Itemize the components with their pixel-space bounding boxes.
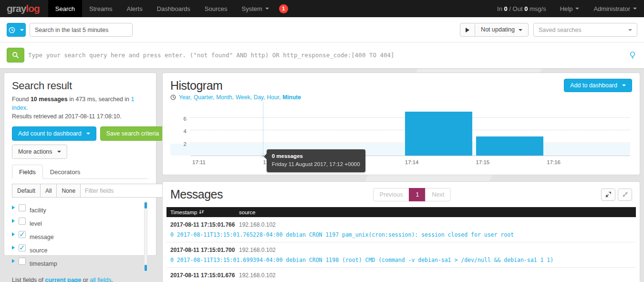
- field-list-item: source: [12, 241, 142, 254]
- message-timestamp: 2017-08-11 17:15:01.676: [170, 272, 239, 279]
- nav-menu-item[interactable]: Dashboards: [150, 0, 197, 17]
- throughput-indicator: In 0 / Out 0 msg/s: [490, 0, 553, 17]
- histogram-title: Histogram: [170, 79, 301, 93]
- expand-field-icon[interactable]: [12, 246, 15, 250]
- field-label: message: [30, 234, 54, 241]
- sidebar-tab[interactable]: Fields: [12, 165, 43, 179]
- field-preset-button[interactable]: Default: [12, 184, 41, 198]
- field-checkbox[interactable]: [19, 204, 26, 211]
- add-to-dashboard-button[interactable]: Add to dashboard: [564, 79, 632, 92]
- resolution-link[interactable]: Day,: [254, 94, 265, 101]
- scrollbar-thumb[interactable]: [145, 265, 147, 271]
- caret-down-icon: [575, 8, 579, 10]
- tooltip-subtitle: Friday 11 August 2017, 17:12 +0000: [272, 160, 360, 168]
- resolution-link[interactable]: Quarter,: [194, 94, 214, 101]
- pagination-previous-button[interactable]: Previous: [373, 188, 410, 201]
- message-row[interactable]: 2017-08-11 17:15:01.676 192.168.0.102 0 …: [166, 268, 636, 282]
- x-tick-label: 17:11: [186, 159, 212, 165]
- y-tick-label: 4: [170, 128, 187, 134]
- expand-field-icon[interactable]: [12, 259, 15, 263]
- caret-down-icon: [622, 84, 626, 86]
- sidebar-title: Search result: [12, 80, 148, 92]
- expand-messages-button[interactable]: [601, 188, 615, 201]
- filter-fields-input[interactable]: [80, 184, 166, 198]
- field-checkbox[interactable]: [19, 258, 26, 265]
- search-submit-button[interactable]: [7, 48, 24, 63]
- user-menu[interactable]: Administrator: [586, 0, 644, 17]
- current-page-link[interactable]: current page: [45, 277, 81, 282]
- field-preset-button[interactable]: None: [56, 184, 81, 198]
- field-label: source: [30, 248, 48, 254]
- expand-field-icon[interactable]: [12, 232, 15, 236]
- graylog-logo[interactable]: graylog: [0, 0, 48, 17]
- saved-searches-select[interactable]: Saved searches: [533, 23, 637, 37]
- fields-footer: List fields of current page or all field…: [12, 277, 148, 282]
- caret-down-icon: [86, 133, 90, 135]
- collapse-messages-button[interactable]: [618, 188, 632, 201]
- resolution-link-active[interactable]: Minute: [282, 94, 301, 101]
- compress-icon: [622, 191, 628, 198]
- resolution-link[interactable]: Month,: [216, 94, 234, 101]
- search-icon: [12, 52, 19, 59]
- divider: [0, 42, 644, 42]
- sort-icon[interactable]: [199, 209, 204, 215]
- logo-text-gray: gray: [7, 3, 26, 14]
- message-timestamp: 2017-08-11 17:15:01.766: [170, 221, 239, 228]
- x-tick-label: 17:16: [540, 159, 567, 165]
- save-search-criteria-button[interactable]: Save search criteria: [100, 126, 165, 141]
- resolution-link[interactable]: Hour,: [267, 94, 281, 101]
- message-row[interactable]: 2017-08-11 17:15:01.700 192.168.0.102 0 …: [166, 242, 636, 268]
- nav-menu-item[interactable]: Sources: [197, 0, 235, 17]
- nav-menu-item[interactable]: Streams: [82, 0, 119, 17]
- field-list: facility level message: [12, 201, 142, 267]
- search-query-input[interactable]: [28, 48, 624, 63]
- crosshair-line: [263, 102, 263, 156]
- resolution-selector: Year,Quarter,Month,Week,Day,Hour, Minute: [170, 94, 301, 101]
- histogram-panel: Histogram Year,Quarter,Month,Week,Day,Ho…: [162, 73, 640, 175]
- field-preset-button[interactable]: All: [40, 184, 57, 198]
- nav-menu-item[interactable]: Alerts: [119, 0, 149, 17]
- column-source: source: [239, 209, 256, 215]
- help-menu[interactable]: Help: [553, 0, 587, 17]
- messages-panel: Messages Previous 1 Next Times: [162, 181, 640, 282]
- expand-field-icon[interactable]: [12, 219, 15, 223]
- sidebar-tab[interactable]: Decorators: [43, 165, 88, 179]
- search-result-sidebar: Search result Found 10 messages in 473 m…: [4, 73, 156, 256]
- histogram-xaxis: 17:1117:1217:1317:1417:1517:16: [190, 156, 630, 167]
- hover-band: [170, 144, 630, 156]
- timerange-dropdown-button[interactable]: [7, 23, 26, 37]
- histogram-bar[interactable]: [405, 112, 472, 156]
- timerange-input[interactable]: [30, 23, 133, 37]
- play-button[interactable]: [460, 23, 475, 37]
- pagination-current-page[interactable]: 1: [409, 188, 426, 201]
- search-section: Not updating Saved searches: [0, 17, 644, 69]
- notification-badge[interactable]: 1: [279, 4, 288, 13]
- resolution-link[interactable]: Week,: [236, 94, 252, 101]
- x-tick-label: 17:15: [469, 159, 496, 165]
- logo-text-log: log: [26, 3, 40, 14]
- histogram-plot[interactable]: 0 messages Friday 11 August 2017, 17:12 …: [190, 108, 630, 156]
- add-count-to-dashboard-button[interactable]: Add count to dashboard: [12, 126, 96, 141]
- message-text[interactable]: 0 2017-08-11T13:15:01.699394-04:00 debia…: [170, 257, 632, 263]
- field-checkbox[interactable]: [19, 218, 26, 225]
- expand-field-icon[interactable]: [12, 206, 15, 209]
- scrollbar-thumb[interactable]: [145, 202, 147, 209]
- message-row[interactable]: 2017-08-11 17:15:01.766 192.168.0.102 0 …: [166, 217, 636, 242]
- field-checkbox[interactable]: [19, 244, 26, 251]
- field-list-scrollbar[interactable]: [144, 201, 147, 272]
- field-checkbox[interactable]: [19, 231, 26, 238]
- refresh-interval-button[interactable]: Not updating: [475, 23, 529, 37]
- expand-icon: [605, 191, 612, 198]
- nav-menu-item[interactable]: Search: [48, 0, 82, 17]
- resolution-link[interactable]: Year,: [179, 94, 192, 101]
- histogram-bar[interactable]: [476, 136, 543, 156]
- query-help-button[interactable]: [628, 51, 637, 60]
- field-list-item: timestamp: [12, 255, 142, 267]
- more-actions-button[interactable]: More actions: [12, 145, 67, 159]
- message-source: 192.168.0.102: [239, 221, 276, 228]
- message-text[interactable]: 0 2017-08-11T13:15:01.765228-04:00 debia…: [170, 231, 632, 238]
- pagination-next-button[interactable]: Next: [425, 188, 451, 201]
- nav-menu-item[interactable]: System: [235, 0, 276, 17]
- messages-table: 2017-08-11 17:15:01.766 192.168.0.102 0 …: [166, 217, 636, 282]
- all-fields-link[interactable]: all fields: [90, 277, 111, 282]
